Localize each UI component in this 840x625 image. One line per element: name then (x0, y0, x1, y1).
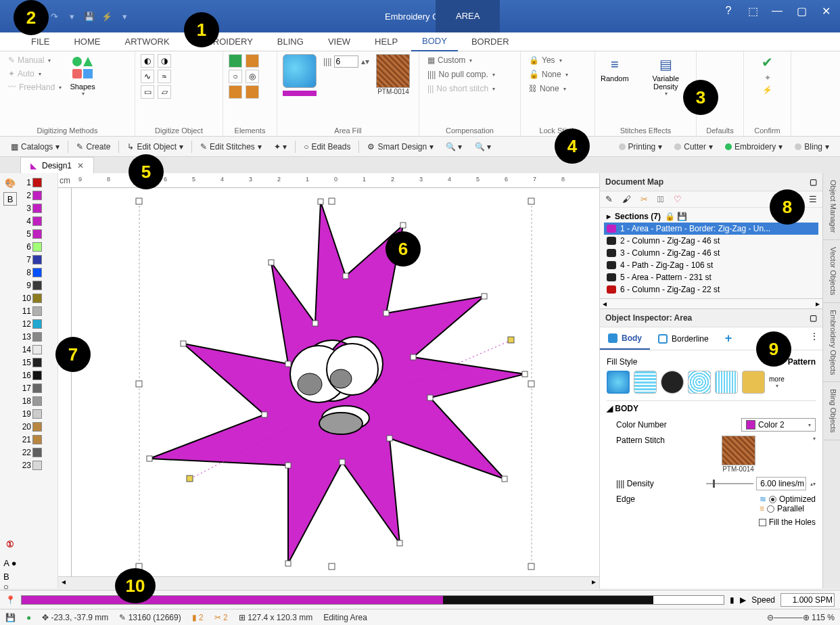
close-tab-icon[interactable]: ✕ (77, 161, 84, 170)
color-row[interactable]: 15 (20, 356, 57, 369)
confirm-check-icon[interactable]: ✔ (762, 54, 773, 70)
custom-button[interactable]: ▦ Custom ▾ (425, 54, 475, 66)
play-button[interactable]: ▶ (740, 595, 746, 605)
dobj-4-icon[interactable]: ≈ (158, 70, 171, 83)
pitch-input[interactable]: |||| ▴▾ (321, 54, 372, 69)
design-canvas[interactable] (72, 188, 599, 576)
density-slider[interactable] (706, 483, 753, 484)
qat-more-icon[interactable]: ▾ (119, 11, 130, 22)
palette-picker-icon[interactable]: 🎨 (3, 176, 17, 189)
dobj-3-icon[interactable]: ∿ (141, 70, 154, 83)
dm-scissors-icon[interactable]: ✂ (640, 194, 648, 204)
doc-tab-design1[interactable]: ◣Design1✕ (20, 157, 94, 173)
help-icon[interactable]: ? (718, 3, 739, 19)
status-disk-icon[interactable]: 💾 (5, 613, 16, 622)
smart-design-button[interactable]: ⚙ Smart Design ▾ (363, 141, 438, 153)
elem-6-icon[interactable] (246, 85, 259, 99)
lock-none1-button[interactable]: 🔓 None ▾ (526, 68, 571, 80)
color-row[interactable]: 14 (20, 343, 57, 356)
color-row[interactable]: 10 (20, 292, 57, 304)
elem-3-icon[interactable]: ○ (229, 70, 242, 83)
color-row[interactable]: 9 (20, 279, 57, 292)
color-row[interactable]: 13 (20, 330, 57, 343)
elem-4-icon[interactable]: ◎ (246, 70, 259, 83)
edge-optimized-radio[interactable] (769, 496, 776, 503)
edge-parallel-radio[interactable] (767, 505, 774, 513)
elem-5-icon[interactable] (229, 85, 242, 99)
lock-none2-button[interactable]: ⛓ None ▾ (526, 83, 569, 95)
color-row[interactable]: 8 (20, 266, 57, 279)
vardens-button[interactable]: ▤Variable Density▾ (641, 54, 691, 97)
pattern-swatch-icon[interactable] (376, 54, 410, 88)
qat-bolt-icon[interactable]: ⚡ (101, 11, 112, 22)
color-row[interactable]: 19 (20, 407, 57, 420)
color-row[interactable]: 1 (20, 176, 57, 189)
menu-help[interactable]: HELP (364, 32, 409, 51)
color-row[interactable]: 18 (20, 394, 57, 407)
menu-bling[interactable]: BLING (266, 32, 314, 51)
palette-warn-icon[interactable]: ① (3, 537, 17, 551)
dobj-2-icon[interactable]: ◑ (158, 54, 171, 68)
random-button[interactable]: ≡Random (601, 54, 629, 83)
color-row[interactable]: 5 (20, 227, 57, 240)
patstitch-swatch[interactable] (722, 436, 755, 465)
oi-tab-body[interactable]: Body (600, 327, 650, 350)
auto-button[interactable]: ✦ Auto ▾ (5, 68, 64, 80)
colornum-select[interactable]: Color 2▾ (741, 418, 816, 432)
dm-brush-icon[interactable]: 🖌 (622, 194, 631, 204)
density-input[interactable] (756, 477, 806, 490)
color-row[interactable]: 2 (20, 189, 57, 202)
sidetab-vector[interactable]: Vector Objects (823, 240, 840, 303)
palette-b-icon[interactable]: B (3, 192, 17, 206)
freehand-button[interactable]: 〰 FreeHand ▾ (5, 81, 64, 93)
color-row[interactable]: 23 (20, 459, 57, 471)
embroidery-toggle[interactable]: Embroidery ▾ (721, 141, 787, 153)
oi-add-tab-icon[interactable]: + (717, 327, 741, 350)
tree-item[interactable]: 5 - Area - Pattern - 231 st (604, 271, 818, 283)
close-icon[interactable]: ✕ (816, 3, 836, 19)
tree-item[interactable]: 6 - Column - Zig-Zag - 22 st (604, 283, 818, 296)
zoom-tool-button[interactable]: 🔍 ▾ (442, 141, 466, 153)
lock-yes-button[interactable]: 🔒 Yes ▾ (526, 54, 565, 66)
catalogs-button[interactable]: ▦ Catalogs ▾ (7, 141, 64, 153)
color-row[interactable]: 22 (20, 446, 57, 459)
cutter-toggle[interactable]: Cutter ▾ (670, 141, 717, 153)
create-button[interactable]: ✎ Create (72, 141, 114, 153)
maximize-icon[interactable]: ▢ (791, 3, 812, 19)
qat-dd2-icon[interactable]: ▾ (66, 11, 77, 22)
color-row[interactable]: 16 (20, 369, 57, 381)
color-row[interactable]: 11 (20, 304, 57, 317)
menu-view[interactable]: VIEW (317, 32, 361, 51)
sidetab-embroidery[interactable]: Embroidery Objects (823, 303, 840, 383)
dobj-1-icon[interactable]: ◐ (141, 54, 154, 68)
oi-menu-icon[interactable]: ⋮ (806, 327, 822, 350)
fillstyle-thumbs[interactable]: more▾ (607, 371, 816, 394)
sidetab-objmgr[interactable]: Object Manager (823, 173, 840, 240)
color-row[interactable]: 17 (20, 381, 57, 394)
dobj-5-icon[interactable]: ▭ (141, 85, 154, 99)
menu-artwork[interactable]: ARTWORK (114, 32, 180, 51)
oi-tab-border[interactable]: Borderline (650, 327, 717, 350)
color-row[interactable]: 6 (20, 240, 57, 253)
color-row[interactable]: 4 (20, 214, 57, 227)
minimize-icon[interactable]: — (767, 3, 787, 19)
color-row[interactable]: 21 (20, 433, 57, 446)
context-tab-area[interactable]: AREA (436, 0, 500, 32)
menu-file[interactable]: FILE (20, 32, 60, 51)
docmap-pin-icon[interactable]: ▢ (810, 177, 817, 187)
elem-2-icon[interactable] (246, 54, 259, 68)
edit-beads-button[interactable]: ○ Edit Beads (300, 141, 354, 153)
confirm-wand-icon[interactable]: ✦ (764, 73, 771, 83)
player-pin-icon[interactable]: 📍 (5, 595, 16, 605)
color-row[interactable]: 3 (20, 202, 57, 214)
zoom2-button[interactable]: 🔍 ▾ (471, 141, 495, 153)
menu-home[interactable]: HOME (63, 32, 111, 51)
dm-pencil-icon[interactable]: ✎ (605, 194, 613, 204)
sidetab-bling[interactable]: Bling Objects (823, 382, 840, 440)
tree-item[interactable]: 4 - Path - Zig-Zag - 106 st (604, 259, 818, 271)
tree-item[interactable]: 3 - Column - Zig-Zag - 46 st (604, 247, 818, 259)
printing-toggle[interactable]: Printing ▾ (615, 141, 667, 153)
menu-border[interactable]: BORDER (461, 32, 520, 51)
progress-handle-icon[interactable]: ▮ (730, 595, 734, 605)
dm-list-icon[interactable]: ☰ (809, 194, 817, 204)
